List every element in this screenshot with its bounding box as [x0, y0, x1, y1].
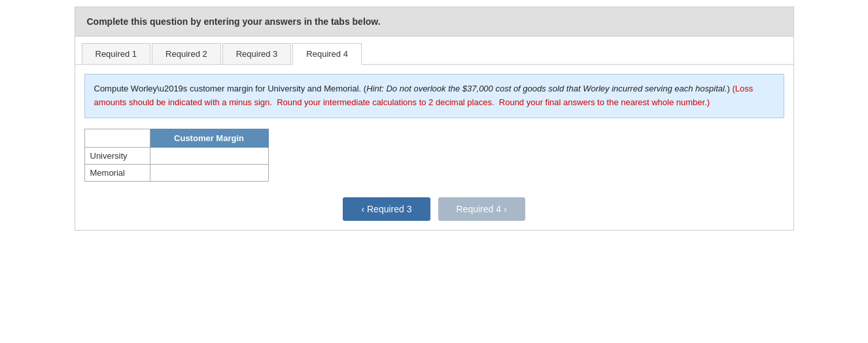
university-label: University [84, 147, 150, 164]
university-input[interactable] [150, 148, 268, 164]
memorial-input-cell [150, 164, 268, 181]
table-row-memorial: Memorial [84, 164, 268, 181]
memorial-label: Memorial [84, 164, 150, 181]
tab-required-3[interactable]: Required 3 [222, 43, 292, 64]
content-area: Compute Worley\u2019s customer margin fo… [75, 65, 793, 230]
customer-margin-table: Customer Margin University Memorial [84, 129, 269, 182]
prev-button[interactable]: ‹ Required 3 [343, 197, 430, 221]
table-header-customer-margin: Customer Margin [150, 129, 268, 147]
main-container: Complete this question by entering your … [75, 7, 794, 231]
tab-required-1[interactable]: Required 1 [82, 43, 151, 64]
tab-required-2[interactable]: Required 2 [152, 43, 221, 64]
instruction-bar: Complete this question by entering your … [75, 7, 793, 37]
instruction-text-part1: Compute Worley\u2019s customer margin fo… [94, 84, 733, 93]
table-row-university: University [84, 147, 268, 164]
tab-required-4[interactable]: Required 4 [292, 43, 362, 65]
instruction-text: Complete this question by entering your … [87, 16, 381, 27]
next-button[interactable]: Required 4 › [438, 197, 525, 221]
memorial-input[interactable] [150, 165, 268, 181]
tabs-row: Required 1 Required 2 Required 3 Require… [75, 37, 793, 65]
navigation-row: ‹ Required 3 Required 4 › [84, 197, 784, 221]
instruction-box: Compute Worley\u2019s customer margin fo… [84, 74, 784, 118]
university-input-cell [150, 147, 268, 164]
